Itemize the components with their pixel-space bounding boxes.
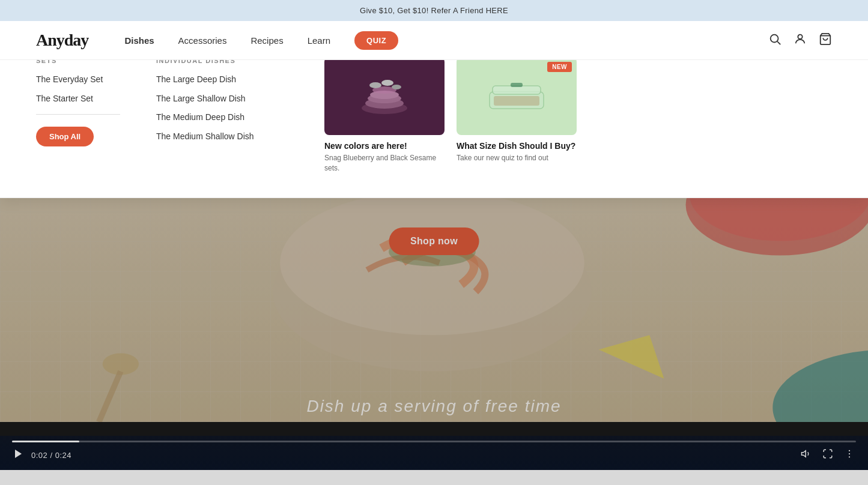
announcement-text: Give $10, Get $10! Refer A Friend HERE (360, 6, 508, 15)
header: Anyday Dishes Accessories Recipes Learn … (0, 21, 868, 60)
svg-rect-15 (494, 96, 539, 106)
header-icons (768, 32, 832, 49)
nav-item-dishes[interactable]: Dishes (124, 32, 154, 49)
svg-point-11 (392, 85, 401, 89)
everyday-set-link[interactable]: The Everyday Set (36, 74, 120, 86)
new-badge: NEW (547, 62, 572, 72)
medium-shallow-dish-link[interactable]: The Medium Shallow Dish (156, 131, 276, 143)
svg-rect-14 (511, 83, 523, 87)
main-nav: Dishes Accessories Recipes Learn QUIZ (124, 31, 768, 50)
new-colors-subtitle: Snag Blueberry and Black Sesame sets. (324, 153, 445, 173)
new-colors-card[interactable]: New colors are here! Snag Blueberry and … (324, 57, 445, 173)
svg-point-9 (369, 82, 381, 88)
shop-all-button[interactable]: Shop All (36, 127, 94, 146)
what-size-card[interactable]: NEW What Size Dish Should I Buy? Take ou… (457, 57, 577, 173)
svg-rect-13 (493, 86, 541, 94)
announcement-bar: Give $10, Get $10! Refer A Friend HERE (0, 0, 868, 21)
cart-icon[interactable] (819, 32, 832, 49)
large-deep-dish-link[interactable]: The Large Deep Dish (156, 74, 276, 86)
logo[interactable]: Anyday (36, 31, 88, 50)
nav-item-recipes[interactable]: Recipes (250, 32, 283, 49)
sets-section: SETS The Everyday Set The Starter Set Sh… (36, 57, 120, 173)
quiz-button[interactable]: QUIZ (354, 31, 398, 50)
svg-point-10 (381, 80, 393, 86)
large-shallow-dish-link[interactable]: The Large Shallow Dish (156, 93, 276, 105)
svg-line-1 (777, 41, 780, 44)
medium-deep-dish-link[interactable]: The Medium Deep Dish (156, 112, 276, 124)
individual-dishes-section: INDIVIDUAL DISHES The Large Deep Dish Th… (156, 57, 276, 173)
nav-item-accessories[interactable]: Accessories (178, 32, 227, 49)
divider (36, 114, 120, 115)
what-size-title: What Size Dish Should I Buy? (457, 141, 577, 151)
dropdown-cards: New colors are here! Snag Blueberry and … (324, 57, 577, 173)
search-icon[interactable] (768, 32, 782, 49)
dishes-dropdown: SETS The Everyday Set The Starter Set Sh… (0, 39, 868, 198)
nav-item-learn[interactable]: Learn (308, 32, 330, 49)
what-size-subtitle: Take our new quiz to find out (457, 153, 577, 163)
what-size-image: NEW (457, 57, 577, 135)
new-colors-title: New colors are here! (324, 141, 445, 151)
new-colors-image (324, 57, 445, 135)
account-icon[interactable] (794, 32, 807, 49)
starter-set-link[interactable]: The Starter Set (36, 93, 120, 105)
svg-point-0 (771, 34, 778, 42)
svg-point-2 (798, 34, 802, 38)
